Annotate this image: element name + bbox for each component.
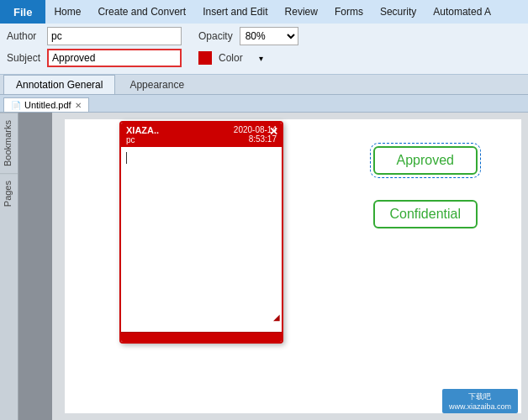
popup-header: XIAZA.. pc 2020-08-14 8:53:17 ✕ (121, 123, 282, 147)
popup-note: XIAZA.. pc 2020-08-14 8:53:17 ✕ ◢ (119, 121, 283, 344)
popup-footer (121, 332, 282, 342)
menu-forms[interactable]: Forms (326, 0, 372, 24)
doc-tab-icon: 📄 (11, 101, 21, 110)
popup-title: XIAZA.. (126, 125, 159, 135)
popup-body[interactable]: ◢ (121, 147, 282, 332)
doc-tab[interactable]: 📄 Untitled.pdf ✕ (3, 97, 89, 112)
menu-insert-edit[interactable]: Insert and Edit (194, 0, 276, 24)
pdf-area: XIAZA.. pc 2020-08-14 8:53:17 ✕ ◢ Approv… (18, 113, 528, 420)
opacity-label: Opacity (198, 30, 233, 42)
subject-label: Subject (7, 52, 40, 64)
menu-home[interactable]: Home (45, 0, 89, 24)
stamp-approved[interactable]: Approved (373, 146, 478, 175)
doc-tab-bar: 📄 Untitled.pdf ✕ (0, 95, 528, 113)
author-input[interactable] (47, 27, 182, 45)
pages-panel-tab[interactable]: Pages (0, 173, 18, 213)
tab-appearance[interactable]: Appearance (117, 75, 197, 94)
side-panel: Bookmarks Pages (0, 113, 18, 420)
color-dropdown-arrow[interactable]: ▾ (259, 54, 263, 63)
toolbar-row-1: Author Opacity 80% 70% 90% 100% (7, 27, 521, 45)
watermark: 下载吧 www.xiazaiba.com (442, 389, 518, 413)
toolbar: Author Opacity 80% 70% 90% 100% Subject … (0, 24, 528, 75)
color-swatch[interactable] (198, 51, 212, 65)
color-label: Color (219, 52, 252, 64)
menu-review[interactable]: Review (277, 0, 326, 24)
tab-annotation-general[interactable]: Annotation General (3, 75, 115, 94)
toolbar-row-2: Subject Color ▾ (7, 49, 521, 67)
menu-automated[interactable]: Automated A (425, 0, 499, 24)
opacity-select[interactable]: 80% 70% 90% 100% (240, 27, 298, 45)
doc-tab-close[interactable]: ✕ (75, 101, 82, 110)
author-label: Author (7, 30, 40, 42)
popup-author: pc (126, 135, 159, 144)
tab-bar: Annotation General Appearance (0, 75, 528, 95)
stamp-area: Approved Confidential (373, 146, 478, 254)
text-cursor (126, 152, 127, 164)
main-area: Bookmarks Pages XIAZA.. pc 2020-08-14 8:… (0, 113, 528, 420)
stamp-confidential[interactable]: Confidential (373, 200, 478, 228)
popup-resize-handle[interactable]: ◢ (273, 312, 280, 322)
watermark-line1: 下载吧 (449, 391, 511, 402)
popup-close-button[interactable]: ✕ (269, 125, 278, 138)
menu-create-convert[interactable]: Create and Convert (89, 0, 194, 24)
menu-file[interactable]: File (0, 0, 45, 24)
doc-tab-label: Untitled.pdf (24, 100, 71, 110)
bookmarks-panel-tab[interactable]: Bookmarks (0, 113, 18, 173)
watermark-line2: www.xiazaiba.com (449, 402, 511, 411)
subject-input[interactable] (47, 49, 182, 67)
menu-bar: File Home Create and Convert Insert and … (0, 0, 528, 24)
menu-security[interactable]: Security (372, 0, 425, 24)
